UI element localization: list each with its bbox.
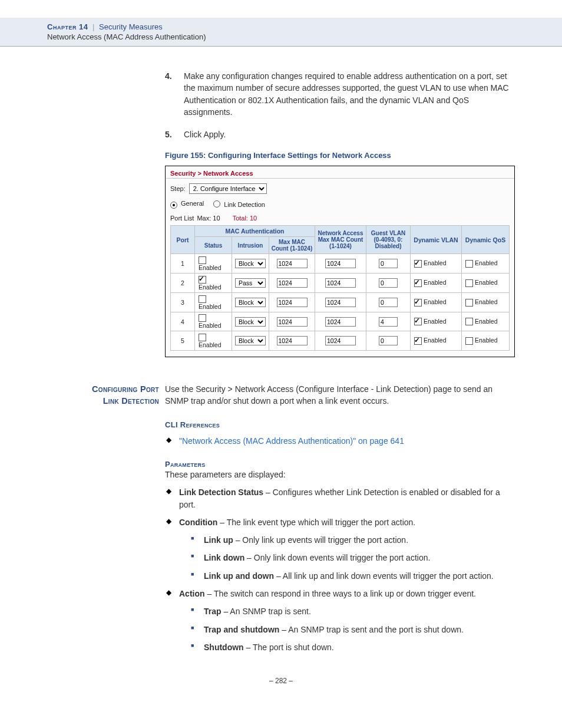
cli-ref-link[interactable]: "Network Access (MAC Address Authenticat… — [179, 436, 404, 446]
intrusion-select[interactable]: Block — [235, 298, 266, 307]
opt-name: Link up and down — [204, 571, 274, 581]
dynvlan-checkbox[interactable] — [414, 337, 422, 345]
cell-intrusion: Block — [232, 312, 269, 331]
radio-link-detection[interactable]: Link Detection — [213, 200, 265, 208]
opt-desc: – Only link up events will trigger the p… — [233, 535, 408, 545]
guest-input[interactable] — [379, 259, 398, 268]
th-dynqos: Dynamic QoS — [462, 226, 510, 254]
section-intro: Use the Security > Network Access (Confi… — [165, 383, 515, 407]
step-select[interactable]: 2. Configure Interface — [189, 183, 267, 194]
nacount-input[interactable] — [325, 336, 356, 345]
enabled-label: Enabled — [199, 303, 222, 310]
cell-status: Enabled — [195, 312, 232, 331]
step-list: 4. Make any configuration changes requir… — [165, 70, 515, 140]
nacount-input[interactable] — [325, 278, 356, 288]
param-condition: Condition – The link event type which wi… — [165, 516, 515, 582]
step-number: 5. — [165, 129, 172, 140]
opt-desc: – Only link down events will trigger the… — [244, 553, 430, 562]
th-maxmac: Max MAC Count (1-1024) — [269, 237, 315, 254]
param-desc: – The switch can respond in three ways t… — [205, 589, 476, 598]
param-name: Link Detection Status — [179, 487, 263, 497]
dynqos-checkbox[interactable] — [465, 299, 473, 307]
opt-name: Trap and shutdown — [204, 625, 279, 634]
cell-intrusion: Pass — [232, 274, 269, 293]
intrusion-select[interactable]: Pass — [235, 278, 266, 288]
dynvlan-checkbox[interactable] — [414, 299, 422, 307]
dynqos-checkbox[interactable] — [465, 318, 473, 325]
nacount-input[interactable] — [325, 298, 356, 307]
maxmac-input[interactable] — [277, 336, 308, 345]
cell-nacount — [315, 254, 366, 274]
cell-status: Enabled — [195, 274, 232, 293]
cell-guest — [366, 274, 411, 293]
step-text: Click Apply. — [184, 130, 226, 139]
parameters-intro: These parameters are displayed: — [165, 469, 515, 480]
guest-input[interactable] — [379, 298, 398, 307]
intrusion-select[interactable]: Block — [235, 317, 266, 327]
section-side-title: Configuring Port Link Detection — [47, 383, 165, 659]
status-checkbox[interactable] — [199, 295, 206, 303]
cell-port: 1 — [171, 254, 195, 274]
port-table: Port MAC Authentication Network Access M… — [170, 225, 510, 351]
portlist-label: Port List — [170, 215, 194, 222]
opt-desc: – An SNMP trap is sent. — [222, 607, 311, 616]
cell-intrusion: Block — [232, 254, 269, 274]
action-shutdown: Shutdown – The port is shut down. — [191, 641, 515, 653]
table-row: 4EnabledBlockEnabledEnabled — [171, 312, 510, 331]
parameters-head: Parameters — [165, 460, 515, 469]
nacount-input[interactable] — [325, 317, 356, 327]
nacount-input[interactable] — [325, 259, 356, 268]
radio-icon — [170, 202, 177, 209]
dynqos-checkbox[interactable] — [465, 337, 473, 345]
status-checkbox[interactable] — [199, 256, 206, 264]
th-guest: Guest VLAN (0-4093, 0: Disabled) — [366, 226, 411, 254]
cell-maxmac — [269, 292, 315, 312]
cell-status: Enabled — [195, 292, 232, 312]
enabled-label: Enabled — [424, 259, 447, 266]
radio-link-label: Link Detection — [224, 201, 265, 208]
status-checkbox[interactable] — [199, 334, 206, 341]
cell-nacount — [315, 312, 366, 331]
cell-nacount — [315, 274, 366, 293]
cell-port: 2 — [171, 274, 195, 293]
maxmac-input[interactable] — [277, 317, 308, 327]
maxmac-input[interactable] — [277, 278, 308, 288]
cell-port: 4 — [171, 312, 195, 331]
dynqos-checkbox[interactable] — [465, 279, 473, 287]
guest-input[interactable] — [379, 317, 398, 327]
status-checkbox[interactable] — [199, 276, 206, 284]
cell-status: Enabled — [195, 331, 232, 351]
guest-input[interactable] — [379, 336, 398, 345]
maxmac-input[interactable] — [277, 298, 308, 307]
page-number: – 282 – — [47, 677, 515, 685]
opt-name: Trap — [204, 607, 222, 616]
cell-port: 3 — [171, 292, 195, 312]
status-checkbox[interactable] — [199, 314, 206, 322]
param-link-detection-status: Link Detection Status – Configures wheth… — [165, 486, 515, 510]
dynvlan-checkbox[interactable] — [414, 260, 422, 268]
maxmac-input[interactable] — [277, 259, 308, 268]
th-mac-auth: MAC Authentication — [195, 226, 315, 237]
cell-dynvlan: Enabled — [411, 254, 462, 274]
dynqos-checkbox[interactable] — [465, 260, 473, 268]
step-5: 5. Click Apply. — [165, 129, 515, 140]
opt-name: Shutdown — [204, 643, 244, 652]
radio-icon — [213, 200, 220, 207]
dynvlan-checkbox[interactable] — [414, 318, 422, 325]
th-status: Status — [195, 237, 232, 254]
radio-general[interactable]: General — [170, 200, 204, 209]
enabled-label: Enabled — [199, 341, 222, 348]
intrusion-select[interactable]: Block — [235, 259, 266, 268]
guest-input[interactable] — [379, 278, 398, 288]
enabled-label: Enabled — [424, 279, 447, 286]
figure-caption: Figure 155: Configuring Interface Settin… — [165, 151, 515, 160]
enabled-label: Enabled — [424, 318, 447, 325]
cell-intrusion: Block — [232, 331, 269, 351]
opt-desc: – An SNMP trap is sent and the port is s… — [279, 625, 464, 634]
dynvlan-checkbox[interactable] — [414, 279, 422, 287]
enabled-label: Enabled — [199, 284, 222, 291]
intrusion-select[interactable]: Block — [235, 336, 266, 345]
cell-dynqos: Enabled — [462, 312, 510, 331]
enabled-label: Enabled — [475, 259, 498, 266]
cell-guest — [366, 254, 411, 274]
